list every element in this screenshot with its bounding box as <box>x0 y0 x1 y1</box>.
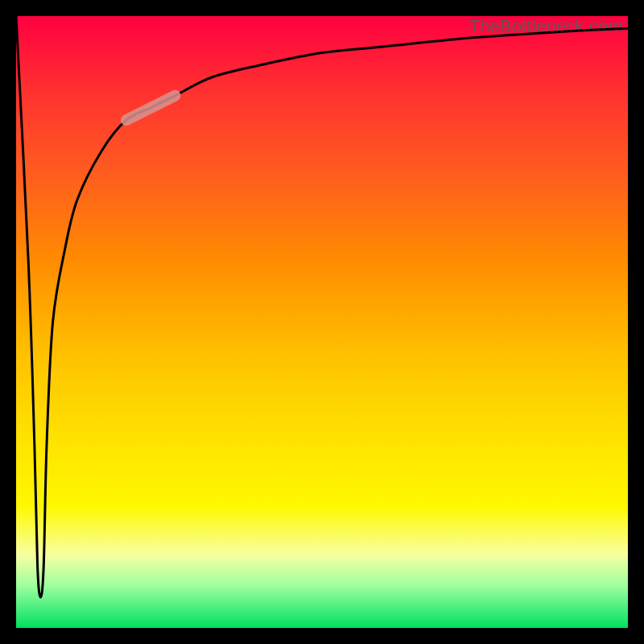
curve-highlight-path <box>126 96 175 120</box>
bottleneck-curve-path <box>16 16 628 597</box>
bottleneck-chart-figure: TheBottleneck.com <box>0 0 644 644</box>
curve-layer <box>16 16 628 628</box>
plot-area: TheBottleneck.com <box>16 16 628 628</box>
